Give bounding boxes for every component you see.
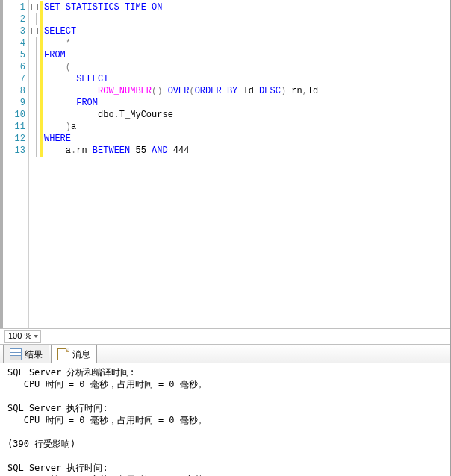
zoom-level-label: 100 % <box>8 331 31 340</box>
result-tabs: 结果 消息 <box>0 345 450 363</box>
tab-results[interactable]: 结果 <box>3 345 49 363</box>
ssms-window: 12345678910111213 -- SET STATISTICS TIME… <box>0 0 451 476</box>
page-icon <box>57 348 69 360</box>
zoom-bar: 100 % <box>0 329 450 345</box>
messages-output[interactable]: SQL Server 分析和编译时间: CPU 时间 = 0 毫秒，占用时间 =… <box>0 363 450 476</box>
code-fold-column: -- <box>29 0 40 328</box>
line-number-gutter: 12345678910111213 <box>3 0 29 328</box>
tab-results-label: 结果 <box>25 348 43 360</box>
sql-editor[interactable]: 12345678910111213 -- SET STATISTICS TIME… <box>0 0 450 329</box>
tab-messages-label: 消息 <box>72 348 90 360</box>
zoom-level-select[interactable]: 100 % <box>4 330 41 343</box>
grid-icon <box>10 348 22 360</box>
tab-messages[interactable]: 消息 <box>51 345 97 363</box>
code-content[interactable]: SET STATISTICS TIME ONSELECT *FROM ( SEL… <box>43 0 450 328</box>
